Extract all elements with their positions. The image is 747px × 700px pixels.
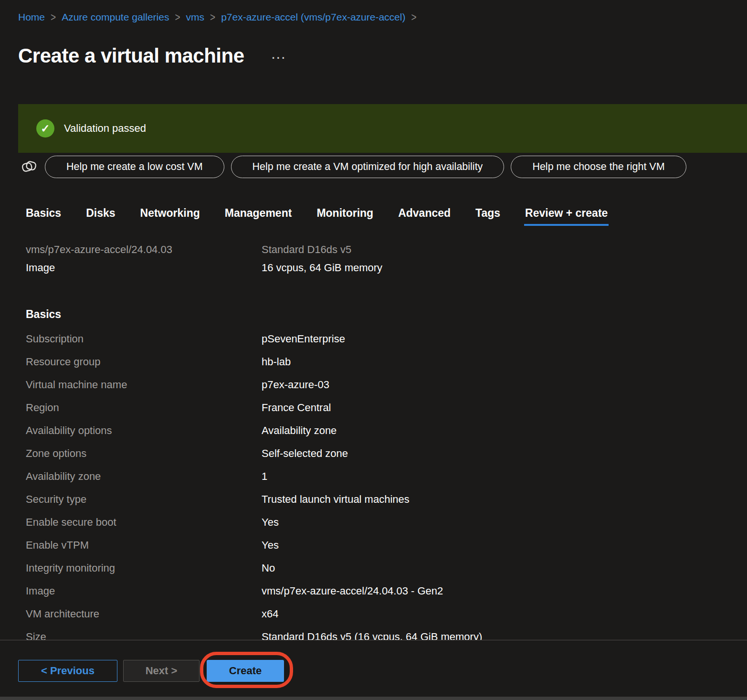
breadcrumb: Home > Azure compute galleries > vms > p… [0, 0, 747, 23]
copilot-icon[interactable] [20, 158, 38, 175]
breadcrumb-gallery-image[interactable]: p7ex-azure-accel (vms/p7ex-azure-accel) [221, 11, 405, 23]
footer-buttons: < Previous Next > Create [18, 660, 284, 682]
row-value: Availability zone [262, 424, 747, 437]
wizard-footer: < Previous Next > Create [0, 640, 747, 700]
previous-button[interactable]: < Previous [18, 660, 117, 682]
summary-header: vms/p7ex-azure-accel/24.04.03 Standard D… [0, 241, 747, 276]
row-label: VM architecture [26, 608, 262, 620]
row-value: pSevenEnterprise [262, 333, 747, 345]
row-label: Security type [26, 493, 262, 506]
chevron-right-icon: > [51, 11, 56, 24]
table-row: Security type Trusted launch virtual mac… [0, 488, 747, 511]
validation-message: Validation passed [64, 122, 146, 135]
row-value: Yes [262, 516, 747, 529]
table-row: Virtual machine name p7ex-azure-03 [0, 373, 747, 396]
copilot-help-row: Help me create a low cost VM Help me cre… [0, 155, 747, 178]
tab-management[interactable]: Management [225, 207, 292, 226]
wizard-tabs: Basics Disks Networking Management Monit… [0, 207, 747, 226]
help-low-cost-vm-button[interactable]: Help me create a low cost VM [45, 156, 224, 178]
validation-banner: ✓ Validation passed [18, 104, 747, 153]
row-label: Subscription [26, 333, 262, 345]
tab-disks[interactable]: Disks [86, 207, 115, 226]
page-title: Create a virtual machine [18, 45, 244, 67]
row-value: No [262, 562, 747, 574]
table-row: Resource group hb-lab [0, 350, 747, 373]
create-button-wrap: Create [207, 660, 284, 682]
row-value: p7ex-azure-03 [262, 379, 747, 391]
row-label: Availability zone [26, 470, 262, 483]
breadcrumb-home[interactable]: Home [18, 11, 45, 23]
help-choose-right-vm-button[interactable]: Help me choose the right VM [511, 156, 686, 178]
summary-image-path: vms/p7ex-azure-accel/24.04.03 [26, 241, 262, 258]
tab-review-create[interactable]: Review + create [525, 207, 608, 226]
row-label: Region [26, 402, 262, 414]
basics-rows: Subscription pSevenEnterprise Resource g… [0, 328, 747, 648]
table-row: VM architecture x64 [0, 603, 747, 626]
row-value: France Central [262, 402, 747, 414]
tab-advanced[interactable]: Advanced [398, 207, 451, 226]
tab-tags[interactable]: Tags [475, 207, 500, 226]
tab-monitoring[interactable]: Monitoring [316, 207, 373, 226]
row-label: Enable vTPM [26, 539, 262, 552]
table-row: Region France Central [0, 396, 747, 419]
table-row: Availability options Availability zone [0, 419, 747, 442]
table-row: Availability zone 1 [0, 465, 747, 488]
summary-size-detail: 16 vcpus, 64 GiB memory [262, 259, 747, 276]
row-value: 1 [262, 470, 747, 483]
row-label: Resource group [26, 356, 262, 368]
table-row: Enable secure boot Yes [0, 511, 747, 534]
row-value: Self-selected zone [262, 447, 747, 460]
create-button[interactable]: Create [207, 660, 284, 682]
table-row: Image vms/p7ex-azure-accel/24.04.03 - Ge… [0, 580, 747, 603]
help-high-availability-vm-button[interactable]: Help me create a VM optimized for high a… [231, 156, 505, 178]
row-label: Image [26, 585, 262, 597]
next-button[interactable]: Next > [123, 660, 200, 682]
table-row: Enable vTPM Yes [0, 534, 747, 557]
table-row: Zone options Self-selected zone [0, 442, 747, 465]
row-label: Zone options [26, 447, 262, 460]
row-value: vms/p7ex-azure-accel/24.04.03 - Gen2 [262, 585, 747, 597]
chevron-right-icon: > [175, 11, 180, 24]
table-row: Integrity monitoring No [0, 557, 747, 580]
chevron-right-icon: > [411, 11, 416, 24]
breadcrumb-vms[interactable]: vms [186, 11, 205, 23]
more-options-icon[interactable]: ··· [272, 52, 287, 64]
table-row: Subscription pSevenEnterprise [0, 328, 747, 350]
row-value: Yes [262, 539, 747, 552]
row-value: hb-lab [262, 356, 747, 368]
tab-basics[interactable]: Basics [26, 207, 61, 226]
row-value: Trusted launch virtual machines [262, 493, 747, 506]
breadcrumb-azure-compute-galleries[interactable]: Azure compute galleries [62, 11, 169, 23]
row-label: Virtual machine name [26, 379, 262, 391]
row-label: Integrity monitoring [26, 562, 262, 574]
row-label: Availability options [26, 424, 262, 437]
title-row: Create a virtual machine ··· [0, 32, 747, 80]
success-check-icon: ✓ [36, 119, 54, 138]
row-label: Enable secure boot [26, 516, 262, 529]
row-value: x64 [262, 608, 747, 620]
basics-section-heading: Basics [0, 308, 747, 321]
chevron-right-icon: > [210, 11, 215, 24]
summary-size-name: Standard D16ds v5 [262, 241, 747, 258]
bottom-edge-strip [0, 697, 747, 700]
summary-image-label: Image [26, 259, 262, 276]
tab-networking[interactable]: Networking [140, 207, 200, 226]
